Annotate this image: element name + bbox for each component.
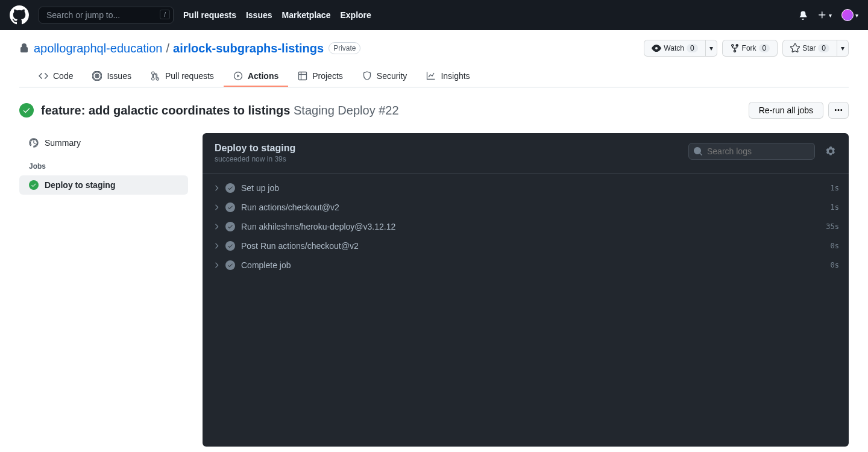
fork-button[interactable]: Fork 0 <box>722 40 778 57</box>
breadcrumb: apollographql-education / airlock-subgra… <box>34 42 324 55</box>
repo-link[interactable]: airlock-subgraphs-listings <box>173 42 324 55</box>
search-input[interactable] <box>39 7 174 24</box>
watch-label: Watch <box>664 44 684 52</box>
tab-issues[interactable]: Issues <box>83 66 140 87</box>
watch-button-group: Watch 0 ▾ <box>644 40 717 57</box>
rerun-button[interactable]: Re-run all jobs <box>749 102 823 119</box>
step-row[interactable]: Complete job 0s <box>203 256 849 275</box>
log-title: Deploy to staging <box>215 143 295 154</box>
tab-label: Projects <box>312 71 343 81</box>
repo-title-row: apollographql-education / airlock-subgra… <box>19 40 849 57</box>
global-header: / Pull requests Issues Marketplace Explo… <box>0 0 868 30</box>
star-dropdown[interactable]: ▾ <box>837 40 849 57</box>
run-header: feature: add galactic coordinates to lis… <box>19 102 849 119</box>
fork-label: Fork <box>742 44 756 52</box>
nav-explore[interactable]: Explore <box>340 10 371 20</box>
user-menu[interactable]: ▾ <box>841 9 858 21</box>
step-success-icon <box>225 222 235 231</box>
step-duration: 0s <box>831 261 839 269</box>
avatar <box>841 9 854 21</box>
github-logo-icon[interactable] <box>10 5 29 25</box>
step-row[interactable]: Set up job 1s <box>203 178 849 198</box>
step-name: Set up job <box>241 183 279 193</box>
nav-marketplace[interactable]: Marketplace <box>282 10 331 20</box>
graph-icon <box>426 71 436 81</box>
sidebar-item-label: Deploy to staging <box>45 180 115 190</box>
log-title-block: Deploy to staging succeeded now in 39s <box>215 143 295 163</box>
visibility-badge: Private <box>329 42 360 54</box>
tab-label: Pull requests <box>165 71 214 81</box>
chevron-right-icon <box>212 242 221 250</box>
workflow-name: Staging Deploy #22 <box>294 104 399 117</box>
step-name: Complete job <box>241 260 291 270</box>
owner-link[interactable]: apollographql-education <box>34 42 163 55</box>
issue-icon <box>92 71 102 81</box>
kebab-icon <box>834 105 843 115</box>
sidebar-jobs-header: Jobs <box>19 152 188 175</box>
star-button[interactable]: Star 0 <box>782 40 837 57</box>
log-toolbar <box>688 143 839 160</box>
repo-tabs: Code Issues Pull requests Actions Projec… <box>19 66 849 87</box>
step-success-icon <box>225 202 235 212</box>
shield-icon <box>362 71 372 81</box>
tab-security[interactable]: Security <box>353 66 417 87</box>
sidebar: Summary Jobs Deploy to staging <box>19 133 188 447</box>
log-settings-button[interactable] <box>822 143 839 160</box>
watch-button[interactable]: Watch 0 <box>644 40 705 57</box>
pr-icon <box>151 71 160 81</box>
table-icon <box>298 71 307 81</box>
log-search-wrap <box>688 143 815 160</box>
slash-key-hint: / <box>160 10 170 19</box>
caret-down-icon: ▾ <box>855 12 858 19</box>
gear-icon <box>826 146 835 156</box>
nav-issues[interactable]: Issues <box>246 10 272 20</box>
header-right: ▾ ▾ <box>798 9 858 21</box>
tab-code[interactable]: Code <box>29 66 83 87</box>
step-success-icon <box>225 183 235 193</box>
run-title-text: feature: add galactic coordinates to lis… <box>41 104 290 117</box>
more-actions-button[interactable] <box>828 102 849 119</box>
step-duration: 1s <box>831 203 839 212</box>
code-icon <box>39 71 48 81</box>
tab-projects[interactable]: Projects <box>288 66 353 87</box>
repo-actions: Watch 0 ▾ Fork 0 Star 0 ▾ <box>644 40 849 57</box>
caret-down-icon: ▾ <box>829 12 832 19</box>
step-row[interactable]: Post Run actions/checkout@v2 0s <box>203 236 849 256</box>
fork-count: 0 <box>759 44 770 52</box>
separator: / <box>166 42 170 55</box>
watch-count: 0 <box>687 44 698 52</box>
header-nav: Pull requests Issues Marketplace Explore <box>183 10 371 20</box>
sidebar-item-label: Summary <box>45 138 81 148</box>
sidebar-summary[interactable]: Summary <box>19 133 188 152</box>
chevron-right-icon <box>212 203 221 212</box>
sidebar-job-deploy[interactable]: Deploy to staging <box>19 175 188 195</box>
step-row[interactable]: Run akhileshns/heroku-deploy@v3.12.12 35… <box>203 217 849 236</box>
play-icon <box>233 71 243 81</box>
caret-down-icon: ▾ <box>841 44 844 52</box>
log-header: Deploy to staging succeeded now in 39s <box>203 133 849 174</box>
tab-label: Code <box>53 71 73 81</box>
main-content: feature: add galactic coordinates to lis… <box>0 87 868 452</box>
search-icon <box>693 146 703 156</box>
star-count: 0 <box>818 44 829 52</box>
log-subtitle: succeeded now in 39s <box>215 155 295 163</box>
step-success-icon <box>225 241 235 251</box>
notifications-icon[interactable] <box>798 10 808 20</box>
watch-dropdown[interactable]: ▾ <box>706 40 717 57</box>
tab-label: Issues <box>107 71 131 81</box>
tab-label: Actions <box>248 71 278 81</box>
repo-head: apollographql-education / airlock-subgra… <box>0 30 868 87</box>
meter-icon <box>29 138 39 148</box>
step-row[interactable]: Run actions/checkout@v2 1s <box>203 198 849 217</box>
tab-pulls[interactable]: Pull requests <box>141 66 224 87</box>
success-status-icon <box>19 103 34 118</box>
step-duration: 1s <box>831 184 839 192</box>
chevron-right-icon <box>212 261 221 269</box>
tab-actions[interactable]: Actions <box>224 66 288 87</box>
log-search-input[interactable] <box>688 143 815 160</box>
nav-pull-requests[interactable]: Pull requests <box>183 10 236 20</box>
chevron-right-icon <box>212 222 221 231</box>
create-new-dropdown[interactable]: ▾ <box>817 10 832 20</box>
fork-icon <box>730 43 740 53</box>
tab-insights[interactable]: Insights <box>417 66 479 87</box>
